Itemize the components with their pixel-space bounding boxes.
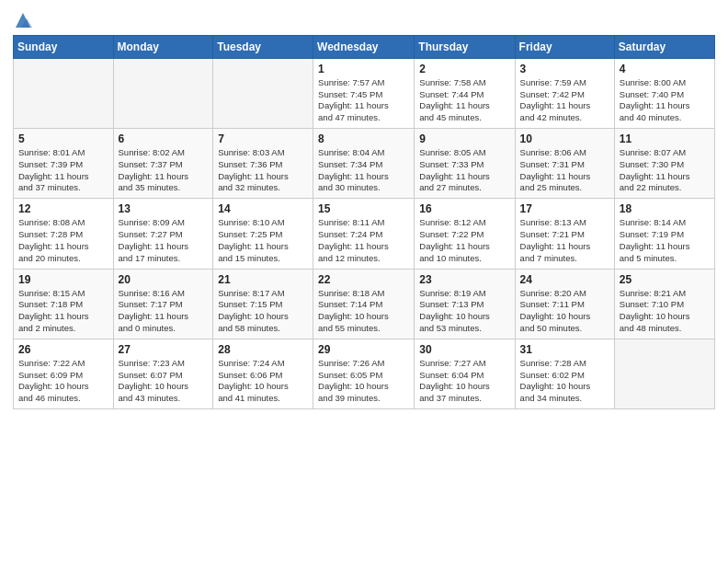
day-detail: Sunrise: 7:23 AM Sunset: 6:07 PM Dayligh… [119, 358, 209, 405]
calendar-cell: 24Sunrise: 8:20 AM Sunset: 7:11 PM Dayli… [515, 269, 614, 339]
day-number: 24 [520, 273, 609, 286]
day-number: 9 [419, 132, 509, 145]
calendar-cell: 7Sunrise: 8:03 AM Sunset: 7:36 PM Daylig… [213, 129, 313, 199]
day-detail: Sunrise: 8:16 AM Sunset: 7:17 PM Dayligh… [119, 288, 209, 335]
calendar-cell: 5Sunrise: 8:01 AM Sunset: 7:39 PM Daylig… [14, 129, 114, 199]
day-detail: Sunrise: 8:01 AM Sunset: 7:39 PM Dayligh… [18, 147, 108, 194]
calendar-cell: 4Sunrise: 8:00 AM Sunset: 7:40 PM Daylig… [614, 58, 714, 128]
calendar-cell: 8Sunrise: 8:04 AM Sunset: 7:34 PM Daylig… [313, 129, 415, 199]
day-detail: Sunrise: 7:22 AM Sunset: 6:09 PM Dayligh… [18, 358, 108, 405]
calendar-week-2: 5Sunrise: 8:01 AM Sunset: 7:39 PM Daylig… [14, 129, 715, 199]
weekday-header-sunday: Sunday [14, 35, 114, 58]
calendar-cell: 9Sunrise: 8:05 AM Sunset: 7:33 PM Daylig… [415, 129, 515, 199]
calendar-cell: 17Sunrise: 8:13 AM Sunset: 7:21 PM Dayli… [515, 199, 614, 269]
calendar-cell: 3Sunrise: 7:59 AM Sunset: 7:42 PM Daylig… [515, 58, 614, 128]
calendar-cell: 14Sunrise: 8:10 AM Sunset: 7:25 PM Dayli… [213, 199, 313, 269]
calendar-cell: 11Sunrise: 8:07 AM Sunset: 7:30 PM Dayli… [614, 129, 714, 199]
day-detail: Sunrise: 7:57 AM Sunset: 7:45 PM Dayligh… [318, 77, 409, 124]
calendar-cell: 21Sunrise: 8:17 AM Sunset: 7:15 PM Dayli… [213, 269, 313, 339]
calendar-cell: 1Sunrise: 7:57 AM Sunset: 7:45 PM Daylig… [313, 58, 415, 128]
header [13, 9, 715, 29]
day-number: 2 [419, 63, 509, 75]
calendar-cell: 15Sunrise: 8:11 AM Sunset: 7:24 PM Dayli… [313, 199, 415, 269]
day-number: 10 [520, 132, 609, 145]
day-detail: Sunrise: 8:15 AM Sunset: 7:18 PM Dayligh… [18, 288, 108, 335]
day-detail: Sunrise: 8:08 AM Sunset: 7:28 PM Dayligh… [18, 217, 108, 264]
day-number: 8 [318, 132, 409, 145]
day-detail: Sunrise: 8:18 AM Sunset: 7:14 PM Dayligh… [318, 288, 409, 335]
weekday-header-thursday: Thursday [415, 35, 515, 58]
day-detail: Sunrise: 8:20 AM Sunset: 7:11 PM Dayligh… [520, 288, 609, 335]
day-detail: Sunrise: 8:17 AM Sunset: 7:15 PM Dayligh… [218, 288, 308, 335]
calendar-cell [14, 58, 114, 128]
calendar-cell: 23Sunrise: 8:19 AM Sunset: 7:13 PM Dayli… [415, 269, 515, 339]
day-detail: Sunrise: 8:04 AM Sunset: 7:34 PM Dayligh… [318, 147, 409, 194]
day-number: 22 [318, 273, 409, 286]
day-number: 4 [620, 63, 710, 75]
day-detail: Sunrise: 8:11 AM Sunset: 7:24 PM Dayligh… [318, 217, 409, 264]
day-detail: Sunrise: 7:59 AM Sunset: 7:42 PM Dayligh… [520, 77, 609, 124]
day-detail: Sunrise: 8:19 AM Sunset: 7:13 PM Dayligh… [419, 288, 509, 335]
calendar-cell: 13Sunrise: 8:09 AM Sunset: 7:27 PM Dayli… [113, 199, 213, 269]
day-number: 16 [419, 202, 509, 215]
day-number: 19 [18, 273, 108, 286]
calendar-cell [213, 58, 313, 128]
calendar-cell: 27Sunrise: 7:23 AM Sunset: 6:07 PM Dayli… [113, 339, 213, 408]
day-detail: Sunrise: 8:05 AM Sunset: 7:33 PM Dayligh… [419, 147, 509, 194]
weekday-header-friday: Friday [515, 35, 614, 58]
calendar-cell: 29Sunrise: 7:26 AM Sunset: 6:05 PM Dayli… [313, 339, 415, 408]
day-detail: Sunrise: 8:12 AM Sunset: 7:22 PM Dayligh… [419, 217, 509, 264]
calendar-cell: 10Sunrise: 8:06 AM Sunset: 7:31 PM Dayli… [515, 129, 614, 199]
weekday-header-monday: Monday [113, 35, 213, 58]
day-detail: Sunrise: 8:14 AM Sunset: 7:19 PM Dayligh… [620, 217, 710, 264]
day-detail: Sunrise: 8:06 AM Sunset: 7:31 PM Dayligh… [520, 147, 609, 194]
day-number: 6 [119, 132, 209, 145]
day-number: 15 [318, 202, 409, 215]
day-number: 18 [620, 202, 710, 215]
calendar-cell: 6Sunrise: 8:02 AM Sunset: 7:37 PM Daylig… [113, 129, 213, 199]
calendar-cell: 18Sunrise: 8:14 AM Sunset: 7:19 PM Dayli… [614, 199, 714, 269]
day-number: 14 [218, 202, 308, 215]
day-number: 31 [520, 343, 609, 356]
day-number: 23 [419, 273, 509, 286]
day-detail: Sunrise: 8:07 AM Sunset: 7:30 PM Dayligh… [620, 147, 710, 194]
day-number: 3 [520, 63, 609, 75]
calendar-week-4: 19Sunrise: 8:15 AM Sunset: 7:18 PM Dayli… [14, 269, 715, 339]
calendar-cell [614, 339, 714, 408]
weekday-header-row: SundayMondayTuesdayWednesdayThursdayFrid… [14, 35, 715, 58]
day-detail: Sunrise: 7:58 AM Sunset: 7:44 PM Dayligh… [419, 77, 509, 124]
day-number: 7 [218, 132, 308, 145]
day-detail: Sunrise: 7:28 AM Sunset: 6:02 PM Dayligh… [520, 358, 609, 405]
calendar-week-5: 26Sunrise: 7:22 AM Sunset: 6:09 PM Dayli… [14, 339, 715, 408]
day-detail: Sunrise: 8:13 AM Sunset: 7:21 PM Dayligh… [520, 217, 609, 264]
day-number: 12 [18, 202, 108, 215]
day-number: 25 [620, 273, 710, 286]
day-detail: Sunrise: 8:09 AM Sunset: 7:27 PM Dayligh… [119, 217, 209, 264]
calendar-week-1: 1Sunrise: 7:57 AM Sunset: 7:45 PM Daylig… [14, 58, 715, 128]
calendar-cell: 19Sunrise: 8:15 AM Sunset: 7:18 PM Dayli… [14, 269, 114, 339]
calendar-cell: 25Sunrise: 8:21 AM Sunset: 7:10 PM Dayli… [614, 269, 714, 339]
day-number: 20 [119, 273, 209, 286]
day-number: 11 [620, 132, 710, 145]
logo [13, 9, 32, 29]
calendar-cell: 28Sunrise: 7:24 AM Sunset: 6:06 PM Dayli… [213, 339, 313, 408]
weekday-header-tuesday: Tuesday [213, 35, 313, 58]
calendar-week-3: 12Sunrise: 8:08 AM Sunset: 7:28 PM Dayli… [14, 199, 715, 269]
day-detail: Sunrise: 7:26 AM Sunset: 6:05 PM Dayligh… [318, 358, 409, 405]
day-number: 29 [318, 343, 409, 356]
day-detail: Sunrise: 8:03 AM Sunset: 7:36 PM Dayligh… [218, 147, 308, 194]
weekday-header-wednesday: Wednesday [313, 35, 415, 58]
day-number: 27 [119, 343, 209, 356]
day-detail: Sunrise: 8:10 AM Sunset: 7:25 PM Dayligh… [218, 217, 308, 264]
day-detail: Sunrise: 8:21 AM Sunset: 7:10 PM Dayligh… [620, 288, 710, 335]
calendar-cell: 22Sunrise: 8:18 AM Sunset: 7:14 PM Dayli… [313, 269, 415, 339]
page-container: SundayMondayTuesdayWednesdayThursdayFrid… [0, 0, 728, 417]
day-detail: Sunrise: 8:02 AM Sunset: 7:37 PM Dayligh… [119, 147, 209, 194]
calendar-cell: 26Sunrise: 7:22 AM Sunset: 6:09 PM Dayli… [14, 339, 114, 408]
calendar-cell: 20Sunrise: 8:16 AM Sunset: 7:17 PM Dayli… [113, 269, 213, 339]
day-number: 13 [119, 202, 209, 215]
day-number: 28 [218, 343, 308, 356]
day-number: 5 [18, 132, 108, 145]
calendar-cell [113, 58, 213, 128]
calendar-cell: 30Sunrise: 7:27 AM Sunset: 6:04 PM Dayli… [415, 339, 515, 408]
